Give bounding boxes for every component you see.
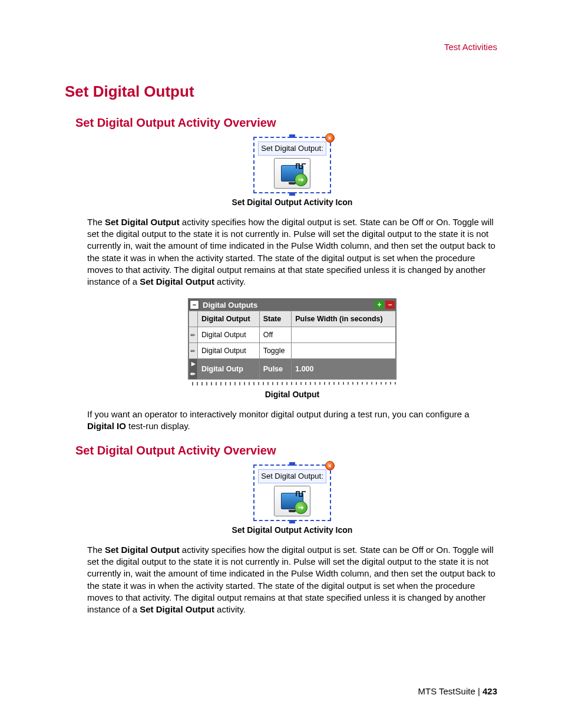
page-title: Set Digital Output <box>65 81 497 102</box>
table-row-selected[interactable]: ▸✎ Digital Outp Pulse 1.000 <box>189 359 396 380</box>
cell-pulse[interactable] <box>292 327 396 343</box>
connector-bottom-icon <box>289 192 295 196</box>
text: activity. <box>214 604 246 614</box>
close-icon: × <box>325 133 335 143</box>
footer-product: MTS TestSuite <box>418 686 475 696</box>
pulse-wave-icon <box>296 488 306 495</box>
activity-label: Set Digital Output: <box>258 469 326 483</box>
section-breadcrumb: Test Activities <box>65 41 497 53</box>
collapse-icon[interactable]: − <box>190 300 199 309</box>
row-handle[interactable]: ✎ <box>189 343 198 359</box>
panel-titlebar: − Digital Outputs + − <box>189 299 396 311</box>
connector-bottom-icon <box>289 520 295 523</box>
table-header-row: Digital Output State Pulse Width (in sec… <box>189 311 396 327</box>
connector-top-icon <box>289 134 295 138</box>
col-pulse-width: Pulse Width (in seconds) <box>292 311 396 327</box>
figure-caption-3: Set Digital Output Activity Icon <box>87 525 497 536</box>
row-handle[interactable]: ▸✎ <box>189 359 198 380</box>
digital-outputs-panel: − Digital Outputs + − Digital Output Sta… <box>188 298 396 380</box>
col-digital-output: Digital Output <box>198 311 260 327</box>
footer-page-number: 423 <box>482 686 497 696</box>
cell-name[interactable]: Digital Outp <box>198 359 260 380</box>
cell-pulse[interactable] <box>292 343 396 359</box>
overview-paragraph-2: If you want an operator to interactively… <box>87 409 497 433</box>
text: The <box>87 217 105 227</box>
cell-name[interactable]: Digital Output <box>198 343 260 359</box>
text: activity. <box>214 276 246 286</box>
section-heading-2: Set Digital Output Activity Overview <box>75 443 497 459</box>
add-row-button[interactable]: + <box>375 301 384 309</box>
col-state: State <box>259 311 292 327</box>
close-icon: × <box>325 461 335 470</box>
text-bold: Set Digital Output <box>105 217 180 227</box>
text: The <box>87 545 105 555</box>
set-digital-output-icon: ➔ <box>274 158 310 189</box>
text-bold: Set Digital Output <box>105 545 180 555</box>
connector-top-icon <box>289 462 295 466</box>
footer-sep: | <box>475 686 482 696</box>
cell-name[interactable]: Digital Output <box>198 327 260 343</box>
remove-row-button[interactable]: − <box>385 301 395 309</box>
cell-pulse[interactable]: 1.000 <box>292 359 396 380</box>
figure-caption-2: Digital Output <box>87 389 497 400</box>
table-row[interactable]: ✎ Digital Output Off <box>189 327 396 343</box>
set-digital-output-icon: ➔ <box>274 486 310 516</box>
activity-label: Set Digital Output: <box>258 141 326 156</box>
activity-designer-node: × Set Digital Output: ➔ <box>253 465 331 521</box>
figure-caption-1: Set Digital Output Activity Icon <box>87 197 497 208</box>
overview-paragraph-1: The Set Digital Output activity specifie… <box>87 216 497 288</box>
activity-icon-figure-2: × Set Digital Output: ➔ <box>87 465 497 521</box>
go-arrow-icon: ➔ <box>295 501 308 514</box>
activity-designer-node: × Set Digital Output: ➔ <box>253 137 331 193</box>
text-bold: Set Digital Output <box>140 604 214 614</box>
panel-title: Digital Outputs <box>203 300 257 311</box>
activity-icon-figure-1: × Set Digital Output: ➔ <box>87 137 497 193</box>
row-handle[interactable]: ✎ <box>189 327 198 343</box>
row-handle-header <box>189 311 198 327</box>
cell-state[interactable]: Pulse <box>259 359 292 380</box>
pencil-icon: ✎ <box>189 370 197 378</box>
pencil-icon: ✎ <box>189 331 197 340</box>
text: If you want an operator to interactively… <box>87 409 470 419</box>
section-heading-1: Set Digital Output Activity Overview <box>75 115 497 131</box>
overview-paragraph-3: The Set Digital Output activity specifie… <box>87 544 497 616</box>
text: test-run display. <box>126 421 190 431</box>
text-bold: Digital IO <box>87 421 126 431</box>
go-arrow-icon: ➔ <box>295 173 308 186</box>
text-bold: Set Digital Output <box>140 276 214 286</box>
page-footer: MTS TestSuite | 423 <box>418 686 497 697</box>
pulse-wave-icon <box>296 160 306 167</box>
cell-state[interactable]: Toggle <box>259 343 292 359</box>
digital-outputs-table: Digital Output State Pulse Width (in sec… <box>189 311 396 380</box>
cell-state[interactable]: Off <box>259 327 292 343</box>
pencil-icon: ✎ <box>189 347 197 355</box>
table-row[interactable]: ✎ Digital Output Toggle <box>189 343 396 359</box>
torn-edge-decoration <box>189 382 396 386</box>
